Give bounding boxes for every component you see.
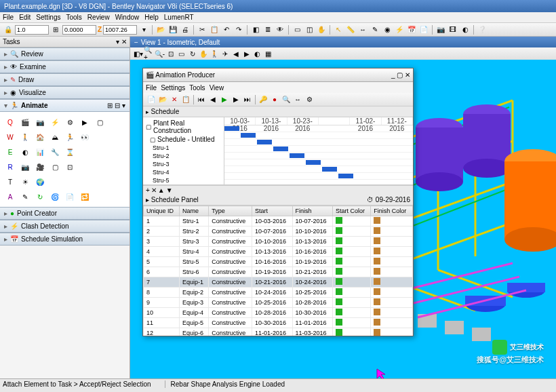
zoom-in-icon[interactable]: 🔍+ xyxy=(144,49,154,59)
props-icon[interactable]: 📋 xyxy=(180,94,191,105)
col-header[interactable]: Unique ID xyxy=(144,206,180,216)
table-row[interactable]: 4Stru-4Constructive10-13-201610-16-2016 xyxy=(144,247,413,257)
table-row[interactable]: 11Equip-5Constructive10-30-201611-01-201… xyxy=(144,318,413,328)
col-header[interactable]: Finish xyxy=(292,206,333,216)
panel-visualize[interactable]: ▸◉Visualize xyxy=(0,86,130,99)
table-row[interactable]: 10Equip-4Constructive10-28-201610-30-201… xyxy=(144,308,413,318)
measure-icon[interactable]: 📏 xyxy=(345,24,356,35)
max-icon[interactable]: ▢ xyxy=(397,71,403,79)
prev-icon[interactable]: ◀ xyxy=(207,94,218,105)
del-row-icon[interactable]: ✕ xyxy=(151,187,157,194)
grid-icon[interactable]: ⊞ xyxy=(50,24,61,35)
anim-menu-file[interactable]: File xyxy=(146,84,157,92)
open-anim-icon[interactable]: 📂 xyxy=(157,94,168,105)
lock-icon[interactable]: 🔒 xyxy=(3,24,14,35)
col-header[interactable]: Start xyxy=(252,206,293,216)
redo-icon[interactable]: ↷ xyxy=(233,24,244,35)
anim-menu-view[interactable]: View xyxy=(210,84,224,92)
panel-review[interactable]: ▸🔍Review xyxy=(0,47,130,60)
schedule-table[interactable]: Unique IDNameTypeStartFinishStart ColorF… xyxy=(143,205,413,336)
col-header[interactable]: Name xyxy=(180,206,209,216)
report-icon[interactable]: 📄 xyxy=(418,24,429,35)
zoom-tl-icon[interactable]: 🔍 xyxy=(281,94,292,105)
rotate-icon[interactable]: ↻ xyxy=(187,49,197,59)
display-icon[interactable]: ▦ xyxy=(263,49,273,59)
delete-icon[interactable]: ✕ xyxy=(169,94,180,105)
cut-icon[interactable]: ✂ xyxy=(197,24,207,35)
first-icon[interactable]: ⏮ xyxy=(196,94,207,105)
tree-item[interactable]: Stru-4 xyxy=(144,168,222,176)
z-field[interactable] xyxy=(103,25,137,35)
panel-examine[interactable]: ▸👁Examine xyxy=(0,60,130,73)
fly-icon[interactable]: ✈ xyxy=(220,49,230,59)
col-header[interactable]: Type xyxy=(209,206,252,216)
menu-help[interactable]: Help xyxy=(144,14,159,21)
film-icon[interactable]: 🎞 xyxy=(448,24,458,35)
fit-icon[interactable]: ⊡ xyxy=(165,49,176,59)
table-row[interactable]: 2Stru-2Constructive10-07-201610-10-2016 xyxy=(144,227,413,237)
table-row[interactable]: 8Equip-2Constructive10-24-201610-25-2016 xyxy=(144,288,413,298)
up-icon[interactable]: ▲ xyxy=(158,187,165,194)
close-tasks-icon[interactable]: ▾ ✕ xyxy=(116,38,127,45)
sched-icon[interactable]: 📅 xyxy=(406,24,417,35)
tree-root[interactable]: ▢ Plant Real Construction xyxy=(144,119,222,135)
table-row[interactable]: 6Stru-6Constructive10-19-201610-21-2016 xyxy=(144,267,413,277)
panel-draw[interactable]: ▸✎Draw xyxy=(0,73,130,86)
animation-producer-window[interactable]: 🎬 Animation Producer _ ▢ ✕ FileSettingsT… xyxy=(142,68,414,336)
down-icon[interactable]: ▼ xyxy=(166,187,173,194)
undo-icon[interactable]: ↶ xyxy=(221,24,232,35)
clip-vol-icon[interactable]: ◐ xyxy=(252,49,262,59)
add-row-icon[interactable]: + xyxy=(146,187,150,194)
key-icon[interactable]: 🔑 xyxy=(258,94,269,105)
table-row[interactable]: 9Equip-3Constructive10-25-201610-28-2016 xyxy=(144,298,413,308)
cube-icon[interactable]: ◧ xyxy=(250,24,261,35)
table-row[interactable]: 3Stru-3Constructive10-10-201610-13-2016 xyxy=(144,237,413,247)
copy-icon[interactable]: 📋 xyxy=(209,24,220,35)
save-icon[interactable]: 💾 xyxy=(167,24,178,35)
dropdown-icon[interactable]: ▾ xyxy=(138,24,149,35)
tree-item[interactable]: Stru-5 xyxy=(144,176,222,184)
zoom-out-icon[interactable]: 🔍- xyxy=(155,49,165,59)
menu-review[interactable]: Review xyxy=(87,14,110,21)
fence-icon[interactable]: ◫ xyxy=(304,24,315,35)
panel-clash[interactable]: ▸⚡Clash Detection xyxy=(0,220,130,233)
dist-icon[interactable]: ↔ xyxy=(357,24,368,35)
schedule-tree[interactable]: ▢ Plant Real Construction ▢ Schedule - U… xyxy=(143,117,224,184)
new-icon[interactable]: 📄 xyxy=(146,94,157,105)
field-1[interactable] xyxy=(15,25,49,35)
anim-titlebar[interactable]: 🎬 Animation Producer _ ▢ ✕ xyxy=(143,68,413,82)
clip-icon[interactable]: ◐ xyxy=(460,24,471,35)
tree-item[interactable]: Stru-2 xyxy=(144,152,222,160)
menu-tools[interactable]: Tools xyxy=(66,14,82,21)
camera-icon[interactable]: 📷 xyxy=(435,24,446,35)
view-icon[interactable]: 👁 xyxy=(275,24,285,35)
cfg-icon[interactable]: ⚙ xyxy=(304,94,315,105)
fit-tl-icon[interactable]: ↔ xyxy=(292,94,303,105)
clash-icon[interactable]: ⚡ xyxy=(394,24,405,35)
anim-menu-tools[interactable]: Tools xyxy=(189,84,205,92)
tree-item[interactable]: Stru-3 xyxy=(144,160,222,168)
min-icon[interactable]: _ xyxy=(391,71,395,79)
table-row[interactable]: 12Equip-6Constructive11-01-201611-03-201… xyxy=(144,328,413,336)
stamp-icon[interactable]: ◉ xyxy=(382,24,393,35)
menu-settings[interactable]: Settings xyxy=(36,14,60,21)
table-row[interactable]: 5Stru-5Constructive10-16-201610-19-2016 xyxy=(144,257,413,267)
arrow-icon[interactable]: ↖ xyxy=(333,24,344,35)
walk-icon[interactable]: 🚶 xyxy=(209,49,219,59)
gantt-chart[interactable]: 10-03-201610-13-201610-23-201611-02-2016… xyxy=(224,117,413,184)
table-row[interactable]: 7Equip-1Constructive10-21-201610-24-2016 xyxy=(144,277,413,288)
view-prev-icon[interactable]: ◀ xyxy=(231,49,241,59)
tree-item[interactable]: Stru-1 xyxy=(144,144,222,152)
menu-file[interactable]: File xyxy=(3,14,14,21)
panel-point-creator[interactable]: ▸●Point Creator xyxy=(0,207,130,220)
col-header[interactable]: Finish Color xyxy=(371,206,413,216)
play-icon[interactable]: ▶ xyxy=(219,94,230,105)
open-icon[interactable]: 📂 xyxy=(155,24,166,35)
panel-schedule-sim[interactable]: ▸📅Schedule Simulation xyxy=(0,233,130,246)
view-next-icon[interactable]: ▶ xyxy=(241,49,252,59)
help-icon[interactable]: ❔ xyxy=(477,24,488,35)
select-icon[interactable]: ▭ xyxy=(292,24,302,35)
view-style-icon[interactable]: ◧▾ xyxy=(133,49,143,59)
print-icon[interactable]: 🖨 xyxy=(180,24,191,35)
menu-edit[interactable]: Edit xyxy=(19,14,31,21)
